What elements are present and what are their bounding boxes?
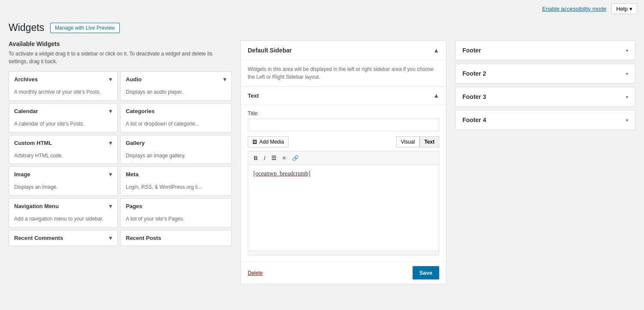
collapse-icon: ▲: [433, 47, 439, 54]
content-area: Available Widgets To activate a widget d…: [0, 40, 644, 289]
widget-recent-posts[interactable]: Recent Posts: [120, 230, 232, 246]
widget-recent-posts-header[interactable]: Recent Posts: [121, 230, 231, 246]
shortcode-content: [oceanwp_breadcrumb]: [253, 170, 310, 177]
available-widgets-panel: Available Widgets To activate a widget d…: [9, 40, 232, 289]
center-panel: Default Sidebar ▲ Widgets in this area w…: [240, 40, 447, 289]
widget-archives[interactable]: Archives ▾ A monthly archive of your sit…: [9, 71, 118, 101]
ordered-list-icon: ≡: [283, 155, 286, 161]
chevron-down-icon: ▾: [109, 203, 112, 209]
footer4-accordion: Footer 4 ▾: [455, 110, 635, 130]
resize-handle[interactable]: ⋮⋮: [248, 251, 439, 255]
widget-pages-header[interactable]: Pages: [121, 199, 231, 214]
available-widgets-title: Available Widgets: [9, 40, 232, 47]
link-button[interactable]: 🔗: [290, 154, 301, 162]
toolbar-row: 🖼 Add Media Visual Text: [248, 136, 439, 147]
widget-gallery-header[interactable]: Gallery: [121, 135, 231, 150]
chevron-down-icon: ▾: [109, 140, 112, 146]
save-button[interactable]: Save: [413, 266, 439, 279]
widget-categories-header[interactable]: Categories: [121, 104, 231, 119]
chevron-down-icon: ▾: [626, 71, 628, 76]
italic-button[interactable]: I: [261, 154, 267, 162]
widget-recent-comments[interactable]: Recent Comments ▾: [9, 230, 118, 246]
chevron-down-icon: ▾: [626, 95, 628, 99]
page-title: Widgets: [9, 22, 44, 34]
default-sidebar-box: Default Sidebar ▲ Widgets in this area w…: [240, 40, 447, 284]
widget-custom-html[interactable]: Custom HTML ▾ Arbitrary HTML code.: [9, 135, 118, 164]
chevron-down-icon: ▾: [109, 108, 112, 114]
widget-actions: Delete Save: [241, 261, 446, 284]
manage-preview-button[interactable]: Manage with Live Preview: [50, 23, 119, 33]
link-icon: 🔗: [292, 155, 299, 161]
chevron-down-icon: ▾: [626, 48, 628, 53]
ordered-list-button[interactable]: ≡: [280, 154, 288, 162]
text-widget-body: Title: 🖼 Add Media Visual Text B: [241, 104, 446, 261]
page-header: Widgets Manage with Live Preview: [0, 18, 644, 40]
chevron-down-icon: ▾: [109, 76, 112, 83]
text-widget-label: Text: [248, 92, 259, 99]
chevron-down-icon: ▾: [109, 235, 112, 241]
accessibility-link[interactable]: Enable accessibility mode: [542, 6, 607, 12]
title-field-label: Title:: [248, 110, 439, 117]
widget-meta-header[interactable]: Meta: [121, 167, 231, 182]
widget-image-header[interactable]: Image ▾: [9, 167, 117, 182]
widget-categories[interactable]: Categories A list or dropdown of categor…: [120, 103, 232, 132]
right-panel: Footer ▾ Footer 2 ▾ Footer 3 ▾ Footer 4 …: [455, 40, 635, 289]
widget-calendar-header[interactable]: Calendar ▾: [9, 104, 117, 119]
widget-recent-comments-header[interactable]: Recent Comments ▾: [9, 230, 117, 246]
default-sidebar-header[interactable]: Default Sidebar ▲: [241, 41, 446, 60]
sidebar-description: Widgets in this area will be displayed i…: [241, 60, 446, 86]
widget-audio[interactable]: Audio ▾ Displays an audio player.: [120, 71, 232, 101]
footer-header[interactable]: Footer ▾: [456, 41, 635, 60]
widget-gallery[interactable]: Gallery Displays an image gallery.: [120, 135, 232, 164]
footer-label: Footer: [462, 47, 481, 54]
sidebar-title: Default Sidebar: [248, 47, 292, 54]
widget-image[interactable]: Image ▾ Displays an image.: [9, 166, 118, 196]
widget-audio-header[interactable]: Audio ▾: [121, 72, 231, 87]
available-widgets-desc: To activate a widget drag it to a sideba…: [9, 50, 232, 65]
chevron-down-icon: ▾: [629, 6, 632, 12]
widgets-grid: Archives ▾ A monthly archive of your sit…: [9, 71, 232, 249]
footer4-title: Footer 4: [462, 117, 486, 123]
text-widget: Text ▲ Title: 🖼 Add Media Visual Text: [241, 86, 446, 284]
visual-text-tabs: Visual Text: [396, 136, 439, 147]
upload-icon: 🖼: [252, 139, 257, 144]
footer3-header[interactable]: Footer 3 ▾: [456, 87, 635, 106]
editor-area[interactable]: [oceanwp_breadcrumb]: [248, 165, 439, 251]
title-input[interactable]: [248, 119, 439, 131]
footer2-title: Footer 2: [462, 70, 486, 77]
widget-custom-html-header[interactable]: Custom HTML ▾: [9, 135, 117, 150]
resize-icon: ⋮⋮: [430, 251, 437, 255]
top-bar: Enable accessibility mode Help ▾: [0, 0, 644, 18]
tab-visual[interactable]: Visual: [396, 136, 419, 147]
footer4-header[interactable]: Footer 4 ▾: [456, 110, 635, 129]
footer2-header[interactable]: Footer 2 ▾: [456, 64, 635, 83]
unordered-list-icon: ☰: [271, 155, 276, 161]
formatting-toolbar: B I ☰ ≡ 🔗: [248, 151, 439, 165]
widget-calendar[interactable]: Calendar ▾ A calendar of your site's Pos…: [9, 103, 118, 132]
delete-button[interactable]: Delete: [248, 270, 263, 276]
bold-button[interactable]: B: [252, 154, 260, 162]
unordered-list-button[interactable]: ☰: [269, 154, 279, 162]
text-widget-header[interactable]: Text ▲: [241, 87, 446, 104]
chevron-down-icon: ▾: [109, 171, 112, 178]
add-media-button[interactable]: 🖼 Add Media: [248, 136, 289, 147]
widget-navigation-menu-header[interactable]: Navigation Menu ▾: [9, 199, 117, 214]
footer3-accordion: Footer 3 ▾: [455, 87, 635, 107]
tab-text[interactable]: Text: [419, 136, 439, 147]
collapse-icon: ▲: [433, 92, 439, 99]
widget-meta[interactable]: Meta Login, RSS, & WordPress.org li...: [120, 166, 232, 196]
chevron-down-icon: ▾: [626, 118, 628, 123]
footer2-accordion: Footer 2 ▾: [455, 64, 635, 83]
footer-accordion: Footer ▾: [455, 40, 635, 60]
footer3-title: Footer 3: [462, 93, 486, 100]
chevron-down-icon: ▾: [223, 76, 226, 83]
widget-archives-header[interactable]: Archives ▾: [9, 72, 117, 87]
widget-pages[interactable]: Pages A list of your site's Pages.: [120, 198, 232, 227]
help-button[interactable]: Help ▾: [611, 3, 637, 14]
widget-navigation-menu[interactable]: Navigation Menu ▾ Add a navigation menu …: [9, 198, 118, 227]
